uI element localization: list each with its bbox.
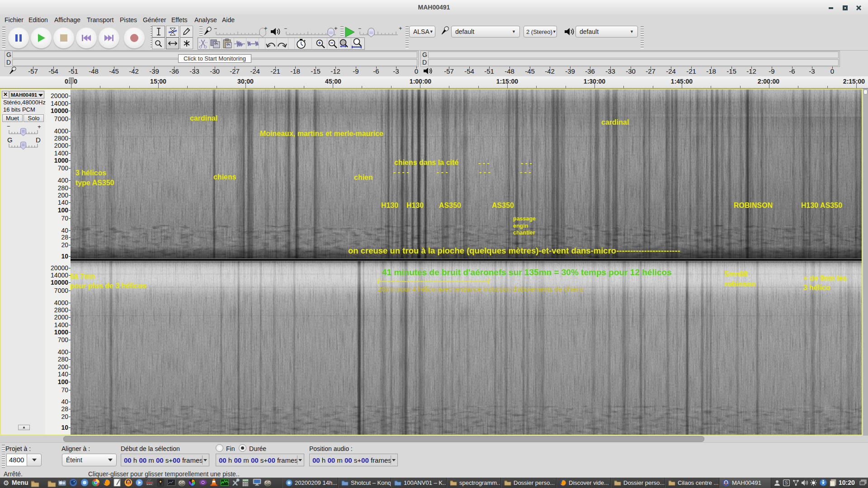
svg-text:+: + bbox=[399, 26, 402, 32]
svg-text:+: + bbox=[334, 26, 338, 32]
svg-text:−: − bbox=[358, 26, 361, 32]
svg-text:D: D bbox=[36, 136, 41, 144]
svg-text:−: − bbox=[214, 26, 217, 32]
svg-text:−: − bbox=[7, 124, 10, 130]
svg-text:+: + bbox=[38, 124, 41, 130]
svg-text:−: − bbox=[284, 26, 287, 32]
svg-text:S: S bbox=[785, 480, 788, 485]
svg-text:G: G bbox=[7, 136, 13, 144]
